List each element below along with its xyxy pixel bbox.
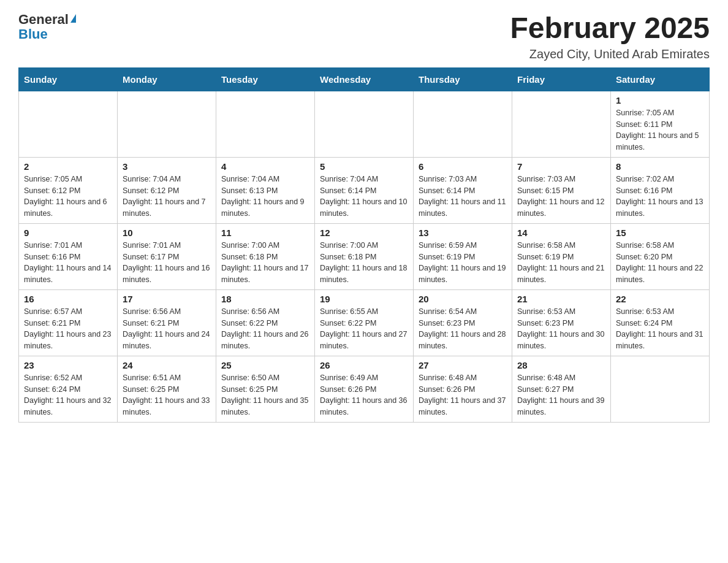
day-number: 5 [320,161,408,172]
calendar-cell: 21Sunrise: 6:53 AM Sunset: 6:23 PM Dayli… [512,289,611,356]
calendar-week-4: 16Sunrise: 6:57 AM Sunset: 6:21 PM Dayli… [19,289,710,356]
calendar-cell [611,356,710,422]
logo-general-text: General [18,12,69,27]
day-info: Sunrise: 6:56 AM Sunset: 6:21 PM Dayligh… [123,306,211,352]
day-header-wednesday: Wednesday [315,67,414,91]
day-info: Sunrise: 7:04 AM Sunset: 6:14 PM Dayligh… [320,174,408,220]
day-number: 9 [24,228,112,238]
day-info: Sunrise: 6:53 AM Sunset: 6:23 PM Dayligh… [517,306,605,352]
day-info: Sunrise: 7:01 AM Sunset: 6:16 PM Dayligh… [24,240,112,286]
calendar-cell [118,91,216,157]
calendar-header-row: SundayMondayTuesdayWednesdayThursdayFrid… [19,67,710,91]
calendar-cell [216,91,315,157]
day-info: Sunrise: 6:58 AM Sunset: 6:19 PM Dayligh… [517,240,605,286]
day-number: 10 [123,228,211,238]
day-info: Sunrise: 7:03 AM Sunset: 6:15 PM Dayligh… [517,174,605,220]
day-number: 2 [24,161,112,172]
day-number: 11 [221,228,309,238]
day-number: 23 [24,360,112,370]
title-area: February 2025 Zayed City, United Arab Em… [510,12,710,61]
calendar-cell: 28Sunrise: 6:48 AM Sunset: 6:27 PM Dayli… [512,356,611,422]
calendar-cell: 16Sunrise: 6:57 AM Sunset: 6:21 PM Dayli… [19,289,118,356]
calendar-week-2: 2Sunrise: 7:05 AM Sunset: 6:12 PM Daylig… [19,157,710,223]
day-info: Sunrise: 6:55 AM Sunset: 6:22 PM Dayligh… [320,306,408,352]
calendar-cell: 19Sunrise: 6:55 AM Sunset: 6:22 PM Dayli… [315,289,414,356]
day-number: 19 [320,294,408,304]
calendar-cell: 22Sunrise: 6:53 AM Sunset: 6:24 PM Dayli… [611,289,710,356]
calendar-cell: 14Sunrise: 6:58 AM Sunset: 6:19 PM Dayli… [512,223,611,289]
day-info: Sunrise: 6:56 AM Sunset: 6:22 PM Dayligh… [221,306,309,352]
day-number: 18 [221,294,309,304]
calendar-cell: 11Sunrise: 7:00 AM Sunset: 6:18 PM Dayli… [216,223,315,289]
day-info: Sunrise: 7:02 AM Sunset: 6:16 PM Dayligh… [616,174,704,220]
calendar-week-1: 1Sunrise: 7:05 AM Sunset: 6:11 PM Daylig… [19,91,710,157]
day-info: Sunrise: 7:05 AM Sunset: 6:12 PM Dayligh… [24,174,112,220]
day-number: 12 [320,228,408,238]
calendar-cell [512,91,611,157]
day-number: 28 [517,360,605,370]
day-info: Sunrise: 6:52 AM Sunset: 6:24 PM Dayligh… [24,372,112,418]
calendar-cell: 12Sunrise: 7:00 AM Sunset: 6:18 PM Dayli… [315,223,414,289]
logo-triangle-icon [70,14,76,23]
calendar-cell: 20Sunrise: 6:54 AM Sunset: 6:23 PM Dayli… [414,289,512,356]
calendar-cell: 9Sunrise: 7:01 AM Sunset: 6:16 PM Daylig… [19,223,118,289]
calendar-cell [414,91,512,157]
day-info: Sunrise: 7:01 AM Sunset: 6:17 PM Dayligh… [123,240,211,286]
day-info: Sunrise: 6:49 AM Sunset: 6:26 PM Dayligh… [320,372,408,418]
day-number: 26 [320,360,408,370]
day-number: 22 [616,294,704,304]
calendar-cell: 26Sunrise: 6:49 AM Sunset: 6:26 PM Dayli… [315,356,414,422]
calendar-table: SundayMondayTuesdayWednesdayThursdayFrid… [18,67,710,423]
day-header-saturday: Saturday [611,67,710,91]
day-number: 17 [123,294,211,304]
day-header-sunday: Sunday [19,67,118,91]
day-info: Sunrise: 7:04 AM Sunset: 6:12 PM Dayligh… [123,174,211,220]
day-info: Sunrise: 7:00 AM Sunset: 6:18 PM Dayligh… [221,240,309,286]
calendar-cell [315,91,414,157]
day-number: 27 [419,360,507,370]
day-header-thursday: Thursday [414,67,512,91]
day-info: Sunrise: 6:48 AM Sunset: 6:27 PM Dayligh… [517,372,605,418]
calendar-cell: 18Sunrise: 6:56 AM Sunset: 6:22 PM Dayli… [216,289,315,356]
page-header: General Blue February 2025 Zayed City, U… [18,12,710,61]
calendar-cell: 27Sunrise: 6:48 AM Sunset: 6:26 PM Dayli… [414,356,512,422]
calendar-cell: 13Sunrise: 6:59 AM Sunset: 6:19 PM Dayli… [414,223,512,289]
logo: General Blue [18,12,76,42]
day-number: 21 [517,294,605,304]
day-info: Sunrise: 6:54 AM Sunset: 6:23 PM Dayligh… [419,306,507,352]
day-info: Sunrise: 6:50 AM Sunset: 6:25 PM Dayligh… [221,372,309,418]
day-info: Sunrise: 7:05 AM Sunset: 6:11 PM Dayligh… [616,107,704,153]
day-number: 20 [419,294,507,304]
day-info: Sunrise: 6:59 AM Sunset: 6:19 PM Dayligh… [419,240,507,286]
day-number: 1 [616,95,704,105]
calendar-week-5: 23Sunrise: 6:52 AM Sunset: 6:24 PM Dayli… [19,356,710,422]
calendar-cell: 15Sunrise: 6:58 AM Sunset: 6:20 PM Dayli… [611,223,710,289]
day-number: 24 [123,360,211,370]
day-number: 25 [221,360,309,370]
day-number: 14 [517,228,605,238]
day-info: Sunrise: 7:00 AM Sunset: 6:18 PM Dayligh… [320,240,408,286]
day-info: Sunrise: 7:04 AM Sunset: 6:13 PM Dayligh… [221,174,309,220]
day-info: Sunrise: 7:03 AM Sunset: 6:14 PM Dayligh… [419,174,507,220]
day-header-monday: Monday [118,67,216,91]
day-number: 4 [221,161,309,172]
calendar-cell: 4Sunrise: 7:04 AM Sunset: 6:13 PM Daylig… [216,157,315,223]
day-info: Sunrise: 6:58 AM Sunset: 6:20 PM Dayligh… [616,240,704,286]
calendar-cell: 24Sunrise: 6:51 AM Sunset: 6:25 PM Dayli… [118,356,216,422]
day-header-friday: Friday [512,67,611,91]
calendar-cell: 17Sunrise: 6:56 AM Sunset: 6:21 PM Dayli… [118,289,216,356]
location-subtitle: Zayed City, United Arab Emirates [510,47,710,61]
calendar-cell: 7Sunrise: 7:03 AM Sunset: 6:15 PM Daylig… [512,157,611,223]
calendar-cell [19,91,118,157]
day-number: 13 [419,228,507,238]
calendar-cell: 10Sunrise: 7:01 AM Sunset: 6:17 PM Dayli… [118,223,216,289]
day-number: 8 [616,161,704,172]
day-number: 6 [419,161,507,172]
day-number: 7 [517,161,605,172]
calendar-cell: 1Sunrise: 7:05 AM Sunset: 6:11 PM Daylig… [611,91,710,157]
month-year-title: February 2025 [510,12,710,45]
calendar-cell: 25Sunrise: 6:50 AM Sunset: 6:25 PM Dayli… [216,356,315,422]
calendar-cell: 23Sunrise: 6:52 AM Sunset: 6:24 PM Dayli… [19,356,118,422]
calendar-cell: 2Sunrise: 7:05 AM Sunset: 6:12 PM Daylig… [19,157,118,223]
day-info: Sunrise: 6:51 AM Sunset: 6:25 PM Dayligh… [123,372,211,418]
